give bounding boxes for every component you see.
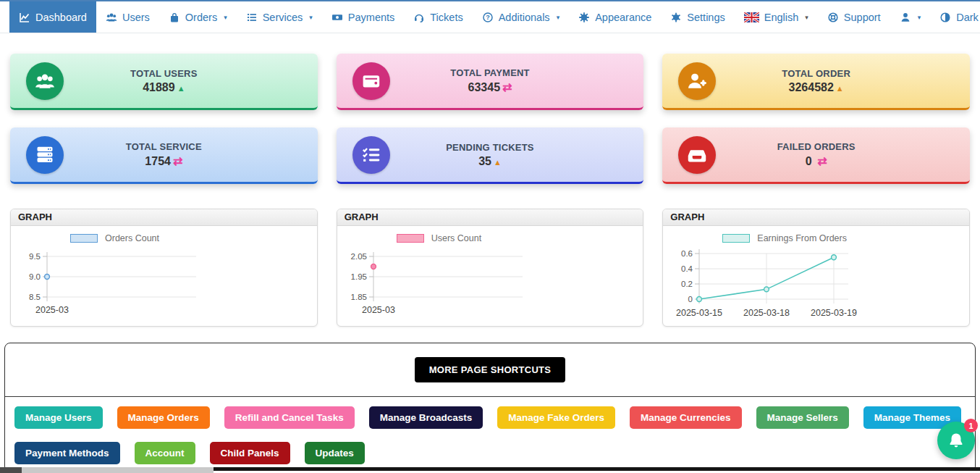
person-icon (900, 12, 911, 23)
nav-label: Services (263, 12, 303, 23)
shortcuts-header-row: MORE PAGE SHORTCUTS (5, 343, 975, 396)
horizontal-scrollbar[interactable] (0, 467, 980, 473)
account-button[interactable]: Account (135, 442, 195, 464)
child-panels-button[interactable]: Child Panels (210, 442, 290, 464)
nav-label: English (764, 12, 799, 23)
nav-label: Tickets (430, 12, 462, 23)
nav-item-payments[interactable]: Payments (322, 1, 404, 33)
nav-item-language[interactable]: English ▾ (735, 1, 818, 33)
nav-item-additionals[interactable]: Additionals ▾ (473, 1, 569, 33)
manage-users-button[interactable]: Manage Users (14, 406, 103, 429)
legend-label: Earnings From Orders (757, 233, 847, 243)
manage-currencies-button[interactable]: Manage Currencies (630, 406, 742, 429)
stat-title: TOTAL USERS (10, 68, 318, 79)
cog-icon (670, 12, 682, 23)
stat-card-total-payment[interactable]: TOTAL PAYMENT 63345⇄ (337, 54, 644, 110)
caret-down-icon: ▾ (224, 14, 227, 21)
stat-value: 41889▲ (10, 81, 318, 94)
stat-title: TOTAL ORDER (662, 68, 970, 79)
users-count-line-chart: 2.051.951.852025-03 (342, 246, 644, 322)
chart-legend[interactable]: Users Count (397, 233, 643, 243)
chart-legend[interactable]: Orders Count (70, 233, 317, 243)
stat-value: 1754⇄ (10, 154, 318, 168)
svg-text:1.95: 1.95 (350, 272, 366, 281)
money-icon (331, 12, 343, 23)
graph-card-earnings: GRAPH Earnings From Orders 0.60.40.20202… (662, 209, 970, 327)
more-page-shortcuts-button[interactable]: MORE PAGE SHORTCUTS (415, 357, 566, 382)
svg-text:8.5: 8.5 (29, 293, 41, 301)
nav-label: Users (122, 12, 150, 23)
graph-card-header: GRAPH (663, 209, 969, 226)
notifications-fab-button[interactable]: 1 (937, 422, 975, 459)
trend-up-icon: ▲ (836, 84, 844, 93)
stat-card-failed-orders[interactable]: FAILED ORDERS 0 ⇄ (662, 127, 970, 184)
bell-icon (947, 432, 965, 449)
nav-item-settings[interactable]: Settings (661, 1, 734, 33)
payment-methods-button[interactable]: Payment Methods (14, 442, 120, 464)
stat-value: 63345⇄ (337, 80, 644, 94)
nav-item-dashboard[interactable]: Dashboard (9, 1, 96, 33)
nav-item-services[interactable]: Services ▾ (237, 1, 322, 33)
contrast-icon (939, 12, 951, 23)
shortcuts-buttons-area: Manage Users Manage Orders Refill and Ca… (5, 396, 975, 472)
legend-label: Users Count (431, 233, 481, 243)
nav-label: Dashboard (35, 12, 87, 23)
stat-value: 0 ⇄ (662, 154, 970, 168)
chart-legend[interactable]: Earnings From Orders (722, 233, 969, 243)
earnings-line-chart: 0.60.40.202025-03-152025-03-182025-03-19 (667, 246, 970, 322)
svg-text:0.6: 0.6 (681, 249, 693, 258)
shopping-bag-icon (169, 12, 180, 23)
trend-up-icon: ▲ (177, 84, 185, 93)
manage-fake-orders-button[interactable]: Manage Fake Orders (497, 406, 615, 429)
stat-text: TOTAL USERS 41889▲ (10, 68, 318, 94)
top-navbar: Dashboard Users Orders ▾ Services ▾ Paym… (0, 0, 980, 33)
nav-label: Payments (348, 12, 394, 23)
svg-text:9.5: 9.5 (29, 252, 41, 261)
manage-sellers-button[interactable]: Manage Sellers (756, 406, 849, 429)
svg-text:0: 0 (688, 295, 693, 304)
refill-cancel-tasks-button[interactable]: Refill and Cancel Tasks (224, 406, 355, 429)
headset-icon (413, 12, 425, 23)
nav-item-orders[interactable]: Orders ▾ (159, 1, 237, 33)
stat-title: TOTAL SERVICE (10, 141, 318, 152)
nav-label: Dark Mode (956, 12, 980, 23)
graph-card-body: Users Count 2.051.951.852025-03 (337, 226, 643, 322)
nav-item-users[interactable]: Users (96, 1, 159, 33)
nav-label: Appearance (595, 12, 651, 23)
exchange-arrows-icon: ⇄ (502, 81, 512, 93)
graph-card-orders: GRAPH Orders Count 9.59.08.52025-03 (10, 209, 318, 327)
updates-button[interactable]: Updates (305, 442, 365, 464)
nav-item-appearance[interactable]: Appearance (569, 1, 661, 33)
manage-broadcasts-button[interactable]: Manage Broadcasts (369, 406, 483, 429)
stat-card-total-order[interactable]: TOTAL ORDER 3264582▲ (662, 54, 970, 110)
nav-item-support[interactable]: Support (818, 1, 890, 33)
legend-swatch (397, 234, 424, 243)
stat-text: TOTAL PAYMENT 63345⇄ (337, 67, 644, 94)
users-icon (106, 12, 117, 23)
svg-text:2025-03-19: 2025-03-19 (811, 308, 857, 318)
line-chart-icon (19, 12, 30, 23)
stat-card-total-service[interactable]: TOTAL SERVICE 1754⇄ (10, 127, 318, 184)
nav-item-dark-mode[interactable]: Dark Mode (930, 1, 980, 33)
nav-item-tickets[interactable]: Tickets (404, 1, 472, 33)
svg-text:9.0: 9.0 (29, 272, 41, 281)
nav-item-account-menu[interactable]: ▾ (890, 1, 931, 33)
stats-grid: TOTAL USERS 41889▲ TOTAL PAYMENT 63345⇄ … (10, 54, 970, 184)
trend-up-icon: ▲ (494, 158, 502, 167)
manage-orders-button[interactable]: Manage Orders (117, 406, 210, 429)
stat-text: FAILED ORDERS 0 ⇄ (662, 141, 970, 168)
uk-flag-icon (744, 12, 759, 22)
stat-card-total-users[interactable]: TOTAL USERS 41889▲ (10, 54, 318, 110)
nav-label: Support (844, 12, 881, 23)
stat-card-pending-tickets[interactable]: PENDING TICKETS 35▲ (337, 127, 644, 184)
exchange-arrows-icon: ⇄ (817, 155, 827, 167)
legend-swatch (722, 234, 750, 243)
stat-text: TOTAL SERVICE 1754⇄ (10, 141, 318, 168)
scrollbar-track (214, 467, 980, 471)
graph-card-body: Orders Count 9.59.08.52025-03 (11, 226, 317, 322)
svg-text:2025-03-15: 2025-03-15 (676, 308, 722, 318)
graph-card-header: GRAPH (337, 209, 643, 226)
scrollbar-thumb[interactable] (22, 467, 214, 473)
caret-down-icon: ▾ (309, 14, 313, 21)
legend-swatch (70, 234, 98, 243)
